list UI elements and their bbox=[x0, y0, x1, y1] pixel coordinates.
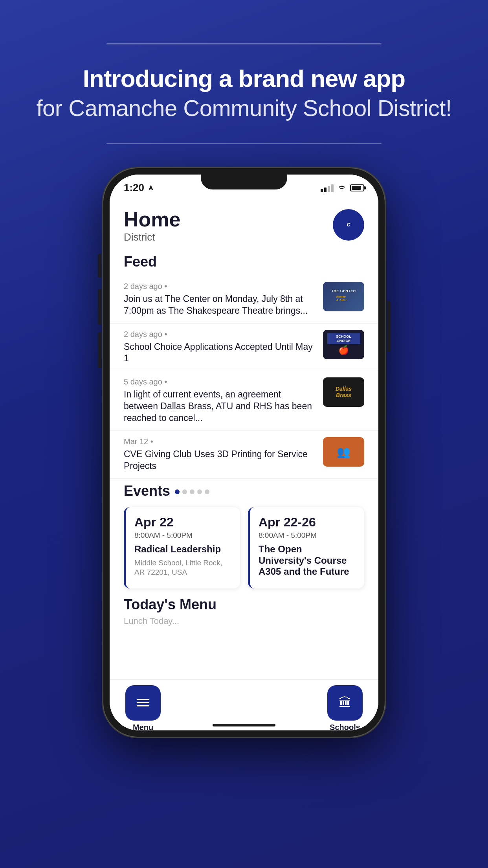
feed-headline-4: CVE Giving Club Uses 3D Printing for Ser… bbox=[124, 449, 315, 472]
dot-5 bbox=[205, 489, 209, 494]
headline-bold: Introducing a brand new app bbox=[36, 64, 451, 93]
home-indicator bbox=[213, 724, 275, 726]
dallas-brass-text: DallasBrass bbox=[336, 386, 352, 398]
status-time: 1:20 bbox=[124, 182, 154, 194]
feed-item-2[interactable]: 2 days ago • School Choice Applications … bbox=[110, 324, 378, 371]
feed-text-1: 2 days ago • Join us at The Center on Mo… bbox=[124, 282, 315, 317]
volume-up-button bbox=[98, 289, 101, 325]
feed-meta-1: 2 days ago • bbox=[124, 282, 315, 291]
feed-headline-1: Join us at The Center on Monday, July 8t… bbox=[124, 293, 315, 317]
location-arrow-icon bbox=[147, 184, 154, 191]
time-display: 1:20 bbox=[124, 182, 144, 194]
school-logo[interactable]: C bbox=[333, 209, 364, 241]
apple-icon: 🍎 bbox=[338, 345, 349, 355]
feed-item-1[interactable]: 2 days ago • Join us at The Center on Mo… bbox=[110, 276, 378, 324]
power-button bbox=[387, 301, 390, 352]
feed-thumbnail-2: SCHOOLCHOICE 🍎 bbox=[323, 330, 364, 359]
feed-item-4[interactable]: Mar 12 • CVE Giving Club Uses 3D Printin… bbox=[110, 431, 378, 479]
events-dots bbox=[175, 489, 209, 494]
mute-button bbox=[98, 254, 101, 278]
headline-regular: for Camanche Community School District! bbox=[36, 93, 451, 123]
event-time-1: 8:00AM - 5:00PM bbox=[134, 531, 231, 540]
top-divider bbox=[106, 43, 382, 44]
event-date-1: Apr 22 bbox=[134, 515, 231, 530]
event-time-2: 8:00AM - 5:00PM bbox=[259, 531, 356, 540]
app-subtitle: District bbox=[124, 231, 180, 243]
phone-screen: 1:20 bbox=[110, 175, 378, 730]
hamburger-icon bbox=[137, 699, 149, 706]
menu-nav-icon bbox=[125, 685, 161, 721]
notch bbox=[201, 175, 287, 189]
feed-headline-3: In light of current events, an agreement… bbox=[124, 389, 315, 424]
events-title: Events bbox=[124, 483, 170, 499]
feed-thumbnail-1: THE CENTER Romeo & Juliet bbox=[323, 282, 364, 311]
event-name-1: Radical Leadership bbox=[134, 544, 231, 555]
feed-meta-4: Mar 12 • bbox=[124, 437, 315, 446]
schools-nav-button[interactable]: 🏛 Schools bbox=[327, 685, 363, 730]
wifi-icon bbox=[338, 183, 346, 192]
feed-thumbnail-3: DallasBrass bbox=[323, 377, 364, 407]
headline-section: Introducing a brand new app for Camanche… bbox=[13, 64, 475, 123]
schools-nav-icon: 🏛 bbox=[327, 685, 363, 721]
svg-text:& Juliet: & Juliet bbox=[336, 299, 347, 302]
feed-meta-3: 5 days ago • bbox=[124, 377, 315, 386]
schools-nav-label: Schools bbox=[330, 723, 360, 730]
dot-3 bbox=[190, 489, 194, 494]
phone-mockup: 1:20 bbox=[103, 167, 385, 737]
volume-down-button bbox=[98, 333, 101, 368]
menu-preview: Lunch Today... bbox=[124, 616, 364, 626]
feed-text-2: 2 days ago • School Choice Applications … bbox=[124, 330, 315, 365]
app-content: Home District C Feed 2 days ago • Join u… bbox=[110, 198, 378, 730]
feed-headline-2: School Choice Applications Accepted Unti… bbox=[124, 341, 315, 365]
building-icon: 🏛 bbox=[339, 695, 351, 710]
bottom-nav: Menu 🏛 Schools bbox=[110, 679, 378, 730]
signal-icon bbox=[321, 184, 334, 192]
dot-4 bbox=[197, 489, 202, 494]
app-title-group: Home District bbox=[124, 209, 180, 243]
svg-text:Romeo: Romeo bbox=[336, 295, 346, 298]
school-logo-text: C bbox=[347, 222, 350, 228]
app-title: Home bbox=[124, 209, 180, 230]
event-location-1: Middle School, Little Rock, AR 72201, US… bbox=[134, 558, 231, 577]
events-section: Events Apr 22 8:00AM - 5:00PM Radi bbox=[110, 479, 378, 588]
app-header: Home District C bbox=[110, 198, 378, 250]
battery-icon bbox=[350, 184, 364, 191]
feed-text-4: Mar 12 • CVE Giving Club Uses 3D Printin… bbox=[124, 437, 315, 472]
feed-section-title: Feed bbox=[110, 250, 378, 276]
todays-menu-section: Today's Menu Lunch Today... bbox=[110, 588, 378, 630]
cve-people-icon: 👥 bbox=[337, 445, 350, 458]
event-card-1[interactable]: Apr 22 8:00AM - 5:00PM Radical Leadershi… bbox=[124, 507, 240, 588]
shakespeare-icon: Romeo & Juliet bbox=[336, 293, 352, 304]
feed-meta-2: 2 days ago • bbox=[124, 330, 315, 339]
dot-2 bbox=[182, 489, 187, 494]
menu-nav-button[interactable]: Menu bbox=[125, 685, 161, 730]
event-date-2: Apr 22-26 bbox=[259, 515, 356, 530]
menu-nav-label: Menu bbox=[133, 723, 153, 730]
menu-title: Today's Menu bbox=[124, 596, 364, 613]
feed-thumbnail-4: 👥 bbox=[323, 437, 364, 467]
events-header: Events bbox=[124, 483, 364, 499]
event-card-2[interactable]: Apr 22-26 8:00AM - 5:00PM The Open Unive… bbox=[248, 507, 364, 588]
status-icons bbox=[321, 183, 364, 192]
event-name-2: The Open University's Course A305 and th… bbox=[259, 544, 356, 577]
dot-1 bbox=[175, 489, 180, 494]
bottom-divider bbox=[106, 143, 382, 144]
feed-item-3[interactable]: 5 days ago • In light of current events,… bbox=[110, 371, 378, 431]
feed-text-3: 5 days ago • In light of current events,… bbox=[124, 377, 315, 424]
events-cards: Apr 22 8:00AM - 5:00PM Radical Leadershi… bbox=[124, 507, 364, 588]
